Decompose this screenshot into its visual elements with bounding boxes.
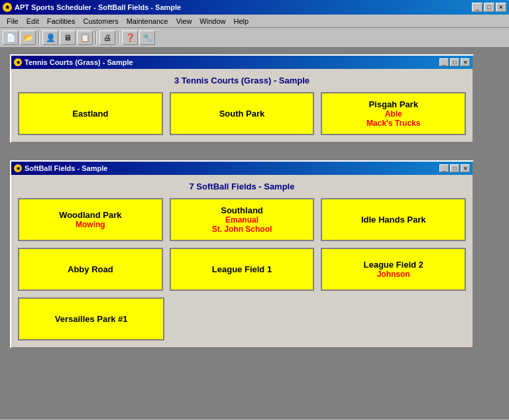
menu-customers[interactable]: Customers (80, 16, 123, 26)
title-bar: ★ APT Sports Scheduler - SoftBall Fields… (0, 0, 509, 15)
field-name-versailles: Versailles Park #1 (55, 314, 128, 324)
softball-minimize[interactable]: _ (439, 164, 449, 172)
field-sponsor-able: Able (385, 109, 402, 119)
menu-edit[interactable]: Edit (23, 16, 43, 26)
menu-maintenance[interactable]: Maintenance (123, 16, 172, 26)
menu-help[interactable]: Help (229, 16, 253, 26)
softball-window-title: SoftBall Fields - Sample (25, 164, 107, 172)
toolbar-help[interactable]: ❓ (122, 30, 138, 45)
softball-row1: Woodland Park Mowing Southland Emanual S… (18, 198, 466, 241)
softball-field-abby-road[interactable]: Abby Road (18, 248, 163, 291)
tennis-content: 3 Tennis Courts (Grass) - Sample Eastlan… (11, 69, 473, 142)
menu-view[interactable]: View (172, 16, 196, 26)
tennis-maximize[interactable]: □ (450, 58, 459, 66)
toolbar-screen[interactable]: 🖥 (60, 30, 76, 45)
field-sponsor-johnson: Johnson (377, 270, 410, 279)
tennis-title-bar: ★ Tennis Courts (Grass) - Sample _ □ ✕ (11, 56, 473, 69)
field-sponsor-emanual: Emanual (225, 215, 258, 225)
tennis-section-title: 3 Tennis Courts (Grass) - Sample (18, 76, 466, 85)
softball-content: 7 SoftBall Fields - Sample Woodland Park… (11, 175, 473, 347)
toolbar-sep-3 (118, 31, 119, 44)
toolbar-sep-1 (38, 31, 40, 44)
softball-field-idle-hands[interactable]: Idle Hands Park (321, 198, 466, 241)
tennis-icon: ★ (14, 58, 22, 66)
close-button[interactable]: ✕ (496, 3, 506, 12)
softball-maximize[interactable]: □ (450, 164, 459, 172)
title-bar-buttons: _ □ ✕ (472, 3, 506, 12)
toolbar-wizard[interactable]: 🔧 (139, 30, 155, 45)
app-title: APT Sports Scheduler - SoftBall Fields -… (15, 3, 181, 11)
tennis-close[interactable]: ✕ (461, 58, 470, 66)
menu-window[interactable]: Window (196, 16, 229, 26)
softball-field-league-2[interactable]: League Field 2 Johnson (321, 248, 466, 291)
toolbar-sep-2 (95, 31, 97, 44)
menu-file[interactable]: File (3, 16, 23, 26)
field-name-woodland-park: Woodland Park (59, 210, 121, 220)
softball-field-woodland-park[interactable]: Woodland Park Mowing (18, 198, 163, 241)
maximize-button[interactable]: □ (484, 3, 494, 12)
field-name-league-2: League Field 2 (364, 260, 424, 270)
toolbar-person[interactable]: 👤 (42, 30, 58, 45)
softball-field-southland[interactable]: Southland Emanual St. John School (170, 198, 315, 241)
softball-section-title: 7 SoftBall Fields - Sample (18, 182, 466, 191)
field-name-league-1: League Field 1 (212, 264, 272, 274)
softball-row2: Abby Road League Field 1 League Field 2 … (18, 248, 466, 291)
field-name-southland: Southland (221, 205, 263, 215)
field-sponsor-st-john: St. John School (212, 225, 272, 234)
app-icon: ★ (3, 3, 12, 12)
softball-row3: Versailles Park #1 (18, 297, 466, 341)
field-name-pisgah-park: Pisgah Park (368, 99, 418, 109)
softball-window: ★ SoftBall Fields - Sample _ □ ✕ 7 SoftB… (10, 160, 474, 348)
toolbar: 📄 📂 👤 🖥 📋 🖨 ❓ 🔧 (0, 28, 509, 48)
field-sponsor-mowing: Mowing (76, 220, 105, 229)
tennis-fields-grid: Eastland South Park Pisgah Park Able Mac… (18, 92, 466, 135)
tennis-field-pisgah-park[interactable]: Pisgah Park Able Mack's Trucks (321, 92, 466, 135)
tennis-window: ★ Tennis Courts (Grass) - Sample _ □ ✕ 3… (10, 54, 474, 143)
field-name-abby-road: Abby Road (68, 264, 113, 274)
tennis-window-title: Tennis Courts (Grass) - Sample (25, 58, 133, 66)
tennis-minimize[interactable]: _ (439, 58, 449, 66)
toolbar-open[interactable]: 📂 (20, 30, 36, 45)
field-sponsor-macks-trucks: Mack's Trucks (367, 119, 421, 128)
softball-close[interactable]: ✕ (461, 164, 470, 172)
softball-title-bar: ★ SoftBall Fields - Sample _ □ ✕ (11, 162, 473, 175)
field-name-eastland: Eastland (72, 109, 108, 119)
toolbar-print[interactable]: 🖨 (99, 30, 115, 45)
tennis-field-south-park[interactable]: South Park (170, 92, 315, 135)
softball-icon: ★ (14, 164, 22, 172)
menu-facilities[interactable]: Facilities (43, 16, 80, 26)
field-name-idle-hands: Idle Hands Park (361, 215, 426, 225)
menu-bar: File Edit Facilities Customers Maintenan… (0, 15, 509, 28)
field-name-south-park: South Park (219, 109, 265, 119)
tennis-field-eastland[interactable]: Eastland (18, 92, 163, 135)
minimize-button[interactable]: _ (472, 3, 482, 12)
softball-field-versailles[interactable]: Versailles Park #1 (18, 297, 164, 341)
softball-field-league-1[interactable]: League Field 1 (170, 248, 315, 291)
toolbar-list[interactable]: 📋 (77, 30, 93, 45)
workspace: ★ Tennis Courts (Grass) - Sample _ □ ✕ 3… (0, 48, 509, 419)
toolbar-new[interactable]: 📄 (3, 30, 19, 45)
